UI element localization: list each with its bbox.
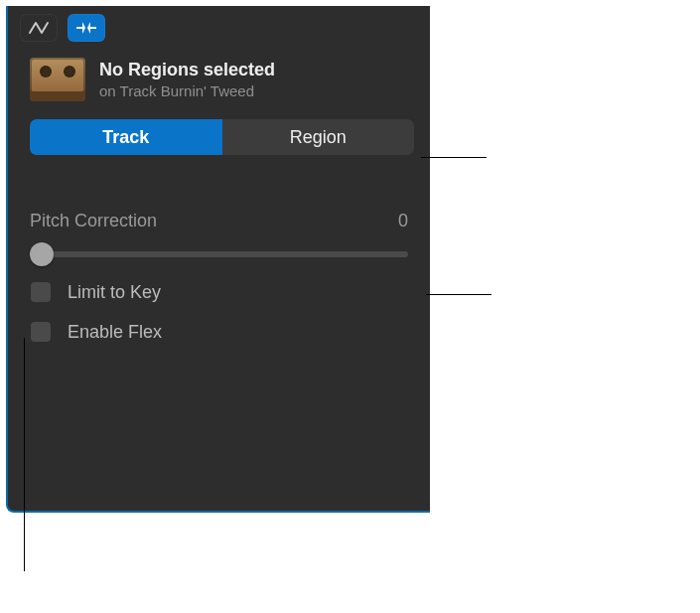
controls-area: Pitch Correction 0 Limit to Key Enable F… (8, 155, 430, 343)
enable-flex-label: Enable Flex (68, 322, 162, 343)
pitch-correction-value: 0 (398, 211, 408, 231)
toolbar (8, 6, 430, 48)
pitch-correction-slider[interactable] (30, 245, 408, 263)
header-title: No Regions selected (99, 60, 275, 80)
tab-region[interactable]: Region (222, 119, 415, 155)
pitch-correction-row: Pitch Correction 0 (30, 211, 408, 231)
flex-icon-button[interactable] (68, 14, 105, 42)
callout-line (426, 294, 491, 295)
enable-flex-row: Enable Flex (30, 321, 408, 343)
header-subtitle: on Track Burnin' Tweed (99, 82, 275, 99)
audio-editor-inspector: No Regions selected on Track Burnin' Twe… (6, 6, 430, 513)
track-region-segmented: Track Region (30, 119, 414, 155)
callout-line (24, 512, 25, 571)
tab-track[interactable]: Track (30, 119, 222, 155)
limit-to-key-label: Limit to Key (68, 282, 161, 303)
pitch-correction-label: Pitch Correction (30, 211, 157, 231)
slider-thumb[interactable] (30, 242, 54, 266)
callout-line (421, 157, 487, 158)
limit-to-key-checkbox[interactable] (30, 281, 52, 303)
region-header: No Regions selected on Track Burnin' Twe… (8, 48, 430, 113)
limit-to-key-row: Limit to Key (30, 281, 408, 303)
header-text: No Regions selected on Track Burnin' Twe… (99, 60, 275, 99)
slider-track (30, 251, 408, 257)
track-thumbnail (30, 58, 85, 101)
callout-line (24, 338, 25, 513)
enable-flex-checkbox[interactable] (30, 321, 52, 343)
catch-icon-button[interactable] (20, 14, 58, 42)
